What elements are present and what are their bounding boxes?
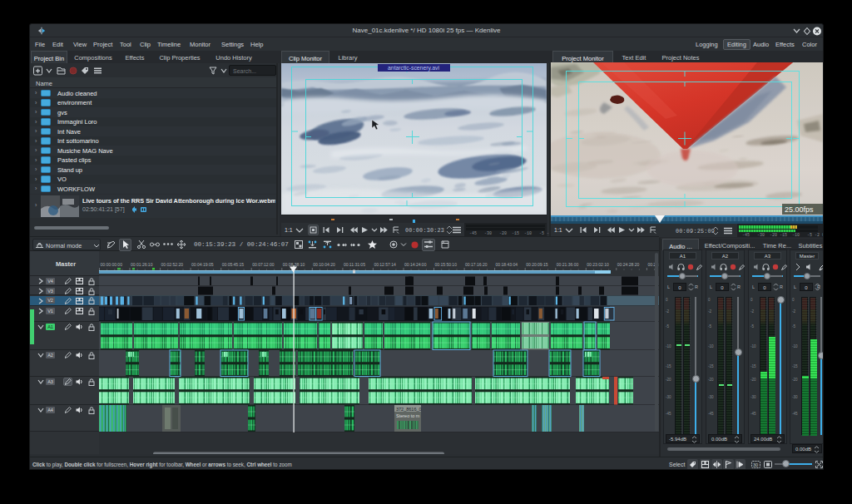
svg-text:antarctic-scenery.avi: antarctic-scenery.avi bbox=[388, 65, 439, 72]
svg-text:00:15:50:10: 00:15:50:10 bbox=[435, 262, 458, 267]
svg-text:00:11:31:05: 00:11:31:05 bbox=[344, 262, 365, 267]
svg-text:00:04:19:05: 00:04:19:05 bbox=[191, 262, 214, 267]
svg-text:00:00:00:00: 00:00:00:00 bbox=[101, 262, 123, 267]
svg-text:00:07:12:00: 00:07:12:00 bbox=[252, 262, 275, 267]
svg-text:00:20:09:15: 00:20:09:15 bbox=[526, 262, 548, 267]
svg-text:00:14:24:00: 00:14:24:00 bbox=[404, 262, 427, 267]
svg-text:00:21:36:00: 00:21:36:00 bbox=[557, 262, 579, 267]
svg-text:25.00fps: 25.00fps bbox=[785, 205, 814, 214]
svg-text:30: 30 bbox=[753, 462, 758, 467]
svg-text:00:01:26:10: 00:01:26:10 bbox=[131, 262, 153, 267]
svg-text:00:12:57:14: 00:12:57:14 bbox=[374, 262, 396, 267]
svg-text:00:18:43:04: 00:18:43:04 bbox=[496, 262, 518, 267]
svg-text:00:10:04:20: 00:10:04:20 bbox=[313, 262, 335, 267]
svg-text:00:05:45:15: 00:05:45:15 bbox=[222, 262, 245, 267]
svg-text:00:24:28:20: 00:24:28:20 bbox=[617, 262, 640, 267]
svg-text:00:02:52:20: 00:02:52:20 bbox=[161, 262, 184, 267]
svg-text:00:23:02:10: 00:23:02:10 bbox=[587, 262, 609, 267]
svg-text:372_8616_0: 372_8616_0 bbox=[396, 407, 422, 412]
svg-text:Stereo to m: Stereo to m bbox=[396, 413, 420, 418]
svg-text:00:17:16:20: 00:17:16:20 bbox=[465, 262, 488, 267]
